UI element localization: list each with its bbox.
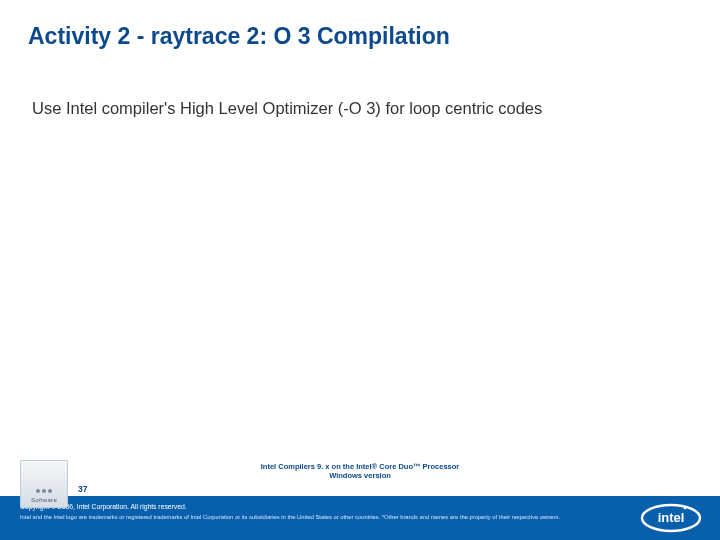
footer-meta-line1: Intel Compilers 9. x on the Intel® Core …	[261, 462, 459, 471]
footer-meta-text: Intel Compilers 9. x on the Intel® Core …	[261, 462, 459, 481]
page-number: 37	[78, 484, 87, 494]
svg-point-1	[684, 507, 687, 510]
slide-title: Activity 2 - raytrace 2: O 3 Compilation	[0, 0, 720, 61]
badge-dots-icon	[36, 489, 52, 493]
footer-top-row: Software Intel Compilers 9. x on the Int…	[0, 460, 720, 496]
intel-logo-text: intel	[658, 510, 685, 525]
slide-body-text: Use Intel compiler's High Level Optimize…	[0, 61, 720, 119]
footer-blue-bar: Copyright © 2006, Intel Corporation. All…	[0, 496, 720, 540]
slide-container: Activity 2 - raytrace 2: O 3 Compilation…	[0, 0, 720, 540]
content-spacer	[0, 119, 720, 460]
copyright-text: Copyright © 2006, Intel Corporation. All…	[20, 502, 630, 512]
footer-meta-line2: Windows version	[261, 471, 459, 480]
disclaimer-text: Intel and the Intel logo are trademarks …	[20, 514, 630, 522]
slide-footer: Software Intel Compilers 9. x on the Int…	[0, 460, 720, 540]
software-badge-label: Software	[31, 497, 57, 503]
intel-logo-icon: intel	[640, 501, 702, 535]
software-badge: Software	[20, 460, 68, 508]
